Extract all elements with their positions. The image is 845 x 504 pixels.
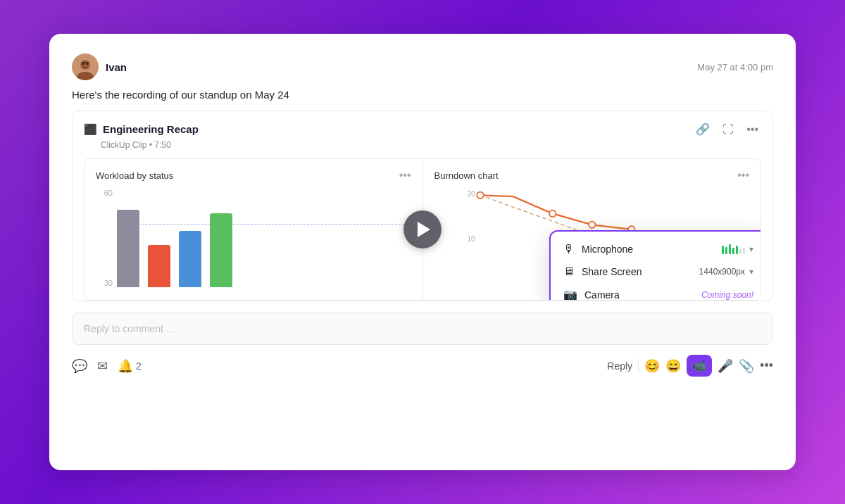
bar-green [210, 213, 232, 287]
share-screen-row: 🖥 Share Screen 1440x900px ▾ [563, 265, 753, 278]
microphone-chevron-icon: ▾ [749, 244, 753, 254]
svg-text:10: 10 [467, 235, 475, 243]
clip-title-row: ⬛ Engineering Recap [84, 123, 199, 136]
svg-point-11 [589, 222, 595, 228]
bell-icon: 🔔 [118, 358, 133, 374]
main-card: Ivan May 27 at 4:00 pm Here's the record… [49, 34, 796, 470]
message-user: Ivan [72, 53, 127, 80]
dashed-line [117, 224, 411, 225]
clip-meta: ClickUp Clip • 7:50 [84, 140, 761, 150]
workload-more-icon[interactable]: ••• [399, 169, 411, 182]
workload-chart: Workload by status ••• 60 30 [84, 159, 423, 300]
burndown-more-icon[interactable]: ••• [737, 169, 749, 182]
screen-chevron-icon: ▾ [749, 267, 753, 277]
share-screen-label-group: 🖥 Share Screen [563, 265, 642, 278]
clip-header: ⬛ Engineering Recap 🔗 ⛶ ••• [84, 121, 761, 137]
screen-resolution: 1440x900px [699, 267, 745, 277]
reply-input[interactable]: Reply to comment ... [72, 313, 773, 345]
more-options-button[interactable]: ••• [744, 122, 761, 137]
link-button[interactable]: 🔗 [693, 121, 713, 137]
share-screen-controls[interactable]: 1440x900px ▾ [699, 267, 753, 277]
burndown-title: Burndown chart [434, 170, 499, 181]
video-clip-icon: ⬛ [84, 123, 97, 136]
comment-area: Reply to comment ... 💬 ✉ 🔔 2 Reply 😊 😄 📹… [72, 313, 773, 377]
clip-actions: 🔗 ⛶ ••• [693, 121, 761, 137]
microphone-label: Microphone [582, 244, 633, 255]
message-header: Ivan May 27 at 4:00 pm [72, 53, 773, 80]
charts-row: Workload by status ••• 60 30 [84, 158, 761, 301]
camera-label: Camera [584, 289, 620, 301]
microphone-label-group: 🎙 Microphone [563, 243, 633, 256]
microphone-toolbar-icon[interactable]: 🎤 [718, 358, 733, 374]
chat-icon[interactable]: 💬 [72, 358, 87, 374]
bar-blue [179, 231, 201, 287]
play-icon [418, 222, 430, 237]
workload-title: Workload by status [96, 170, 173, 181]
mail-icon[interactable]: ✉ [97, 358, 108, 374]
username: Ivan [106, 61, 127, 73]
camera-coming-soon: Coming soon! [701, 290, 753, 300]
video-record-button[interactable]: 📹 [687, 355, 712, 377]
svg-point-1 [80, 60, 90, 70]
toolbar-separator [638, 359, 639, 373]
microphone-icon: 🎙 [563, 243, 575, 256]
svg-rect-5 [82, 62, 89, 63]
toolbar-left: 💬 ✉ 🔔 2 [72, 358, 142, 374]
clip-card: ⬛ Engineering Recap 🔗 ⛶ ••• ClickUp Clip… [72, 111, 773, 301]
clip-title: Engineering Recap [103, 123, 199, 135]
bar-chart: 60 30 [96, 189, 411, 287]
bar-gray [117, 210, 139, 287]
microphone-controls[interactable]: ▾ [722, 244, 753, 254]
screen-icon: 🖥 [563, 265, 575, 278]
attachment-icon[interactable]: 📎 [739, 358, 754, 374]
svg-point-10 [549, 210, 556, 217]
mic-level-bars [722, 244, 745, 254]
burndown-chart-header: Burndown chart ••• [434, 169, 750, 182]
message-text: Here's the recording of our standup on M… [72, 89, 773, 101]
emoji-icon[interactable]: 😊 [644, 358, 660, 374]
timestamp: May 27 at 4:00 pm [697, 62, 773, 73]
notification-badge[interactable]: 🔔 2 [118, 358, 142, 374]
y-axis: 60 30 [96, 189, 113, 287]
camera-row: 📷 Camera Coming soon! [563, 288, 753, 301]
recording-popup: 🎙 Microphone ▾ [549, 230, 761, 301]
more-options-toolbar-icon[interactable]: ••• [760, 358, 773, 373]
reply-button[interactable]: Reply [607, 360, 632, 372]
reaction-icon[interactable]: 😄 [665, 358, 681, 374]
microphone-row: 🎙 Microphone ▾ [563, 243, 753, 256]
bottom-toolbar: 💬 ✉ 🔔 2 Reply 😊 😄 📹 🎤 📎 ••• [72, 355, 773, 377]
camera-label-group: 📷 Camera [563, 288, 620, 301]
play-button[interactable] [403, 210, 442, 248]
notification-count: 2 [136, 360, 142, 372]
share-screen-label: Share Screen [582, 266, 642, 277]
toolbar-right: Reply 😊 😄 📹 🎤 📎 ••• [607, 355, 773, 377]
svg-text:20: 20 [467, 190, 475, 198]
svg-point-9 [477, 192, 483, 199]
camera-icon: 📷 [563, 288, 577, 301]
avatar [72, 53, 99, 80]
fullscreen-button[interactable]: ⛶ [720, 122, 737, 137]
bar-red [148, 245, 170, 287]
workload-chart-header: Workload by status ••• [96, 169, 411, 182]
